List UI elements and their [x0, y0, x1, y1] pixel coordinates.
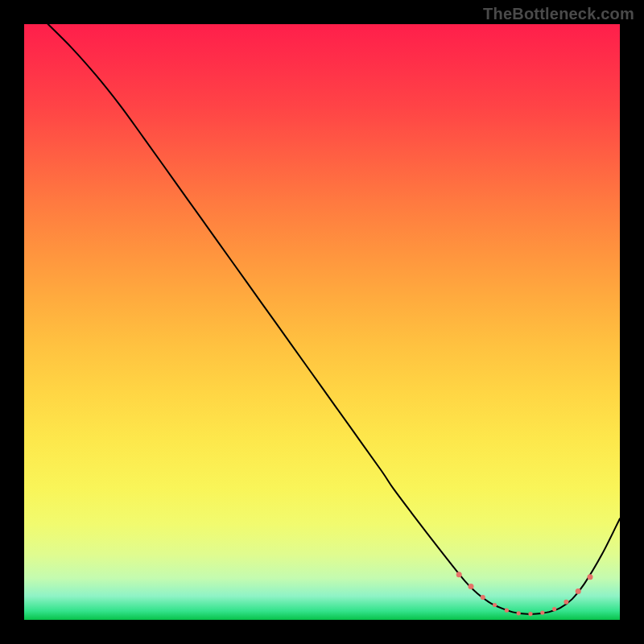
- bottleneck-curve: [48, 24, 620, 614]
- highlight-dot: [576, 588, 581, 594]
- highlight-dot: [540, 611, 544, 615]
- highlight-dot: [528, 612, 532, 616]
- highlight-dot: [481, 595, 485, 600]
- highlight-dot: [456, 572, 462, 577]
- plot-area: [24, 24, 620, 620]
- highlight-dot: [517, 611, 521, 615]
- chart-svg: [24, 24, 620, 620]
- chart-frame: TheBottleneck.com: [0, 0, 644, 644]
- highlight-dot: [564, 600, 568, 605]
- highlight-dot: [552, 607, 556, 611]
- highlight-dot: [505, 609, 509, 613]
- highlight-dot: [588, 574, 593, 580]
- highlight-dot: [493, 603, 497, 607]
- watermark-text: TheBottleneck.com: [483, 5, 634, 23]
- highlight-dot: [469, 584, 474, 589]
